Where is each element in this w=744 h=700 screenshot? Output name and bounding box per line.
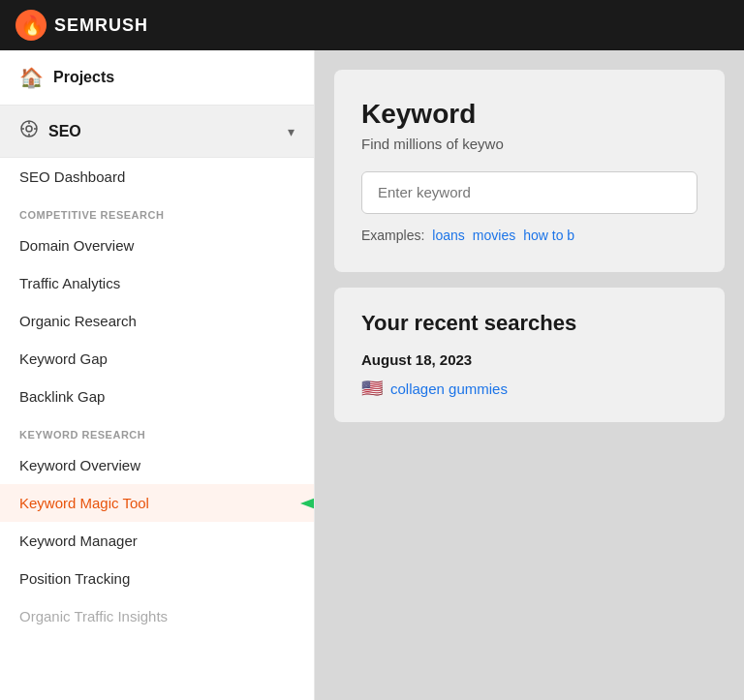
sidebar-item-keyword-overview[interactable]: Keyword Overview [0,446,314,484]
position-tracking-label: Position Tracking [19,570,130,587]
semrush-logo-icon: 🔥 [16,10,46,41]
recent-date: August 18, 2023 [361,351,698,368]
recent-search-link[interactable]: collagen gummies [390,380,508,397]
keyword-magic-tool-label: Keyword Magic Tool [19,495,149,511]
seo-dashboard-label: SEO Dashboard [19,168,125,185]
active-row-wrapper: Keyword Magic Tool [0,484,314,522]
sidebar: 🏠 Projects SEO ▾ SEO Dashboard [0,50,315,700]
recent-item-row: 🇺🇸 collagen gummies [361,378,698,399]
backlink-gap-label: Backlink Gap [19,388,105,405]
keyword-card: Keyword Find millions of keywo Examples:… [334,70,725,272]
sidebar-item-projects[interactable]: 🏠 Projects [0,50,314,106]
keyword-manager-label: Keyword Manager [19,533,138,549]
seo-icon [19,119,39,143]
sidebar-item-seo-dashboard[interactable]: SEO Dashboard [0,158,314,196]
sidebar-item-traffic-analytics[interactable]: Traffic Analytics [0,264,314,302]
sidebar-item-organic-research[interactable]: Organic Research [0,302,314,340]
logo-text: SEMRUSH [54,15,148,36]
competitive-research-section-label: COMPETITIVE RESEARCH [0,196,314,227]
sidebar-item-backlink-gap[interactable]: Backlink Gap [0,378,314,415]
examples-row: Examples: loans movies how to b [361,228,698,243]
keyword-card-title: Keyword [361,99,698,130]
organic-research-label: Organic Research [19,313,137,329]
sidebar-item-keyword-magic-tool[interactable]: Keyword Magic Tool [0,484,314,522]
keyword-gap-label: Keyword Gap [19,350,108,367]
examples-label: Examples: [361,228,424,243]
svg-text:🔥: 🔥 [20,14,45,37]
sidebar-item-organic-traffic-insights[interactable]: Organic Traffic Insights [0,597,314,635]
organic-traffic-insights-label: Organic Traffic Insights [19,608,168,624]
seo-label: SEO [48,123,278,140]
content-panel: Keyword Find millions of keywo Examples:… [315,50,744,700]
example-link-movies[interactable]: movies [473,228,515,243]
domain-overview-label: Domain Overview [19,237,134,254]
sidebar-item-keyword-gap[interactable]: Keyword Gap [0,340,314,378]
sidebar-item-keyword-manager[interactable]: Keyword Manager [0,522,314,560]
seo-section-header[interactable]: SEO ▾ [0,106,314,158]
home-icon: 🏠 [19,66,44,89]
traffic-analytics-label: Traffic Analytics [19,275,120,291]
keyword-research-section-label: KEYWORD RESEARCH [0,415,314,446]
recent-searches-title: Your recent searches [361,311,698,336]
keyword-overview-label: Keyword Overview [19,457,140,473]
example-link-howto[interactable]: how to b [523,228,574,243]
logo-container: 🔥 SEMRUSH [16,10,148,41]
chevron-down-icon: ▾ [288,124,294,139]
svg-point-3 [26,126,32,132]
sidebar-item-domain-overview[interactable]: Domain Overview [0,227,314,264]
keyword-input-wrapper[interactable] [361,171,698,214]
recent-searches-card: Your recent searches August 18, 2023 🇺🇸 … [334,288,725,422]
example-link-loans[interactable]: loans [432,228,464,243]
keyword-card-subtitle: Find millions of keywo [361,136,698,152]
main-area: 🏠 Projects SEO ▾ SEO Dashboard [0,50,744,700]
keyword-input[interactable] [378,184,681,200]
sidebar-item-position-tracking[interactable]: Position Tracking [0,560,314,597]
projects-label: Projects [53,69,114,86]
us-flag-icon: 🇺🇸 [361,378,383,399]
top-bar: 🔥 SEMRUSH [0,0,744,50]
